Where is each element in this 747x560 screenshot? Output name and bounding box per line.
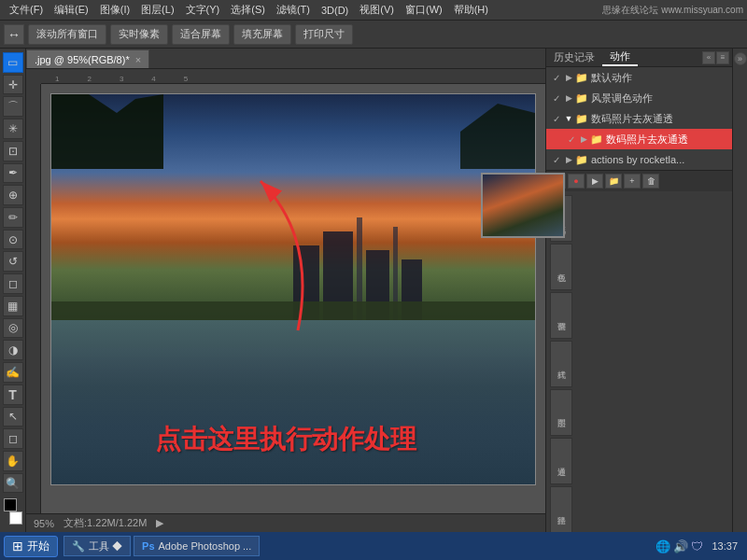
action-item-default[interactable]: ✓ ▶ 📁 默认动作 — [546, 67, 732, 88]
panel-collapse-btn[interactable]: « — [702, 51, 715, 64]
create-set-button[interactable]: 📁 — [605, 174, 622, 189]
windows-logo: ⊞ — [12, 539, 23, 553]
menu-select[interactable]: 选择(S) — [225, 1, 271, 19]
create-action-button[interactable]: + — [624, 174, 641, 189]
actions-tab[interactable]: 动作 — [602, 49, 638, 66]
eraser-tool[interactable]: ◻ — [3, 273, 23, 294]
canvas-area: 1 2 3 4 5 1 2 3 — [26, 69, 545, 513]
app-wrapper: 文件(F) 编辑(E) 图像(I) 图层(L) 文字(Y) 选择(S) 滤镜(T… — [0, 0, 747, 560]
magic-wand-tool[interactable]: ✳ — [3, 119, 23, 139]
taskbar-ps-app[interactable]: Ps Adobe Photoshop ... — [134, 536, 260, 556]
folder-icon-2: 📁 — [574, 92, 589, 105]
photo-container — [50, 93, 536, 485]
text-tool[interactable]: T — [3, 385, 23, 405]
arrow-4: ▶ — [578, 134, 589, 144]
shape-tool[interactable]: ◻ — [3, 428, 23, 449]
actual-pixels-button[interactable]: 实时像素 — [110, 24, 168, 45]
menu-window[interactable]: 窗口(W) — [400, 1, 448, 19]
action-label-2: 风景调色动作 — [591, 91, 728, 105]
record-button[interactable]: ● — [568, 174, 585, 189]
security-icon[interactable]: 🛡 — [691, 539, 703, 553]
tab-name: .jpg @ 95%(RGB/8) — [35, 54, 125, 65]
action-item-digital-child[interactable]: ✓ ▶ 📁 数码照片去灰通透 — [546, 129, 732, 149]
zoom-tool[interactable]: 🔍 — [3, 473, 23, 494]
menu-type[interactable]: 文字(Y) — [180, 1, 226, 19]
menu-3d[interactable]: 3D(D) — [316, 3, 354, 18]
horizontal-ruler: 1 2 3 4 5 — [41, 69, 545, 84]
path-selection-tool[interactable]: ↖ — [3, 407, 23, 427]
zoom-level: 95% — [34, 518, 54, 529]
hand-tool[interactable]: ✋ — [3, 451, 23, 471]
dodge-tool[interactable]: ◑ — [3, 340, 23, 360]
tab-close-icon[interactable]: × — [135, 54, 141, 65]
color-boxes — [0, 495, 26, 528]
menu-image[interactable]: 图像(I) — [94, 1, 135, 19]
fill-screen-button[interactable]: 填充屏幕 — [233, 24, 291, 45]
lasso-tool[interactable]: ⌒ — [3, 96, 23, 117]
folder-icon-4: 📁 — [589, 133, 604, 146]
paths-panel-icon[interactable]: 路径 — [550, 486, 572, 533]
play-button[interactable]: ▶ — [586, 174, 603, 189]
check-1: ✓ — [550, 73, 563, 83]
menu-view[interactable]: 视图(V) — [354, 1, 400, 19]
foreground-color[interactable] — [4, 498, 17, 511]
folder-icon-1: 📁 — [574, 72, 589, 84]
menu-edit[interactable]: 编辑(E) — [49, 1, 94, 19]
gradient-tool[interactable]: ▦ — [3, 296, 23, 316]
taskbar: ⊞ 开始 🔧 工具 ◆ Ps Adobe Photoshop ... 🌐 🔊 🛡… — [0, 532, 747, 560]
start-button[interactable]: ⊞ 开始 — [4, 536, 58, 557]
brush-tool[interactable]: ✏ — [3, 207, 23, 228]
advance-arrow[interactable]: ▶ — [156, 517, 163, 529]
left-toolbox: ▭ ✛ ⌒ ✳ ⊡ ✒ ⊕ ✏ ⊙ ↺ ◻ ▦ ◎ ◑ ✍ T ↖ ◻ ✋ 🔍 — [0, 49, 26, 532]
clone-tool[interactable]: ⊙ — [3, 230, 23, 250]
vertical-ruler: 1 2 3 — [26, 84, 41, 513]
scroll-all-windows-button[interactable]: 滚动所有窗口 — [28, 24, 106, 45]
fit-screen-button[interactable]: 适合屏幕 — [172, 24, 230, 45]
crop-tool[interactable]: ⊡ — [3, 141, 23, 161]
menu-filter[interactable]: 滤镜(T) — [271, 1, 316, 19]
panel-menu-btn[interactable]: ≡ — [716, 51, 729, 64]
trees-left-silhouette — [51, 94, 163, 169]
history-tab[interactable]: 历史记录 — [546, 49, 602, 66]
menu-file[interactable]: 文件(F) — [4, 1, 49, 19]
delete-button[interactable]: 🗑 — [642, 174, 659, 189]
start-label: 开始 — [27, 539, 49, 554]
move-tool[interactable]: ✛ — [3, 75, 23, 95]
selection-tool[interactable]: ▭ — [3, 52, 23, 73]
far-right-collapse: » — [732, 49, 747, 532]
check-5: ✓ — [550, 155, 563, 165]
document-tab[interactable]: .jpg @ 95%(RGB/8) * × — [26, 49, 149, 68]
ps-canvas — [41, 84, 545, 513]
history-brush-tool[interactable]: ↺ — [3, 251, 23, 272]
photo-background — [51, 94, 535, 484]
network-icon[interactable]: 🌐 — [655, 539, 670, 553]
action-label-4: 数码照片去灰通透 — [606, 133, 728, 147]
swatches-panel-icon[interactable]: 色板 — [550, 244, 572, 290]
taskbar-tools-app[interactable]: 🔧 工具 ◆ — [63, 536, 131, 556]
action-item-rocket[interactable]: ✓ ▶ 📁 actions by rocketla... — [546, 149, 732, 170]
menu-help[interactable]: 帮助(H) — [448, 1, 494, 19]
layers-panel-icon[interactable]: 图层 — [550, 389, 572, 436]
tab-asterisk: * — [125, 54, 129, 65]
tab-bar: .jpg @ 95%(RGB/8) * × — [26, 49, 545, 69]
pen-tool[interactable]: ✍ — [3, 362, 23, 383]
spot-heal-tool[interactable]: ⊕ — [3, 185, 23, 205]
styles-panel-icon[interactable]: 样式 — [550, 341, 572, 387]
action-item-digital-parent[interactable]: ✓ ▼ 📁 数码照片去灰通透 — [546, 108, 732, 129]
action-item-landscape[interactable]: ✓ ▶ 📁 风景调色动作 — [546, 88, 732, 108]
arrow-5: ▶ — [563, 155, 574, 164]
print-size-button[interactable]: 打印尺寸 — [295, 24, 353, 45]
menu-layer[interactable]: 图层(L) — [135, 1, 179, 19]
ruler-corner — [26, 69, 41, 84]
logo-text: 思缘在线论坛 www.missyuan.com — [602, 4, 743, 17]
eyedropper-tool[interactable]: ✒ — [3, 163, 23, 184]
background-color[interactable] — [9, 511, 22, 525]
volume-icon[interactable]: 🔊 — [673, 539, 688, 553]
move-tool-icon[interactable]: ↔ — [4, 24, 24, 45]
expand-collapse-icon[interactable]: » — [734, 52, 747, 65]
channels-panel-icon[interactable]: 通道 — [550, 438, 572, 484]
adjustments-panel-icon[interactable]: 调整 — [550, 292, 572, 339]
panel-header: 历史记录 动作 « ≡ — [546, 49, 732, 67]
right-panels: 历史记录 动作 « ≡ ✓ ▶ 📁 默认动作 ✓ ▶ — [545, 49, 732, 532]
blur-tool[interactable]: ◎ — [3, 318, 23, 339]
